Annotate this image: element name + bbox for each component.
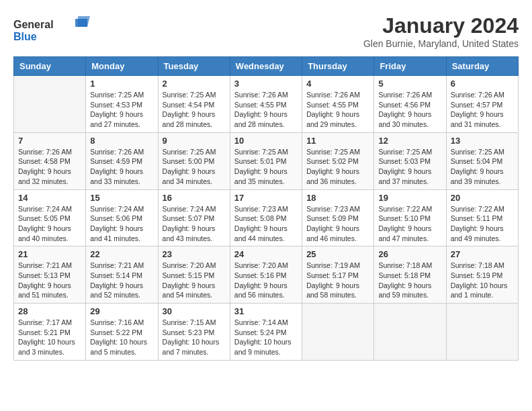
calendar-week-row: 7Sunrise: 7:26 AMSunset: 4:58 PMDaylight… [14,132,519,189]
day-number: 8 [90,136,153,146]
day-info: Sunrise: 7:15 AMSunset: 5:23 PMDaylight:… [163,318,226,357]
day-info: Sunrise: 7:21 AMSunset: 5:14 PMDaylight:… [90,261,153,300]
calendar-cell: 4Sunrise: 7:26 AMSunset: 4:55 PMDaylight… [302,76,374,133]
day-info: Sunrise: 7:23 AMSunset: 5:08 PMDaylight:… [234,204,298,244]
weekday-header: Wednesday [230,57,302,76]
day-number: 21 [18,249,81,259]
day-info: Sunrise: 7:25 AMSunset: 5:00 PMDaylight:… [163,147,226,187]
calendar-cell: 6Sunrise: 7:26 AMSunset: 4:57 PMDaylight… [446,76,518,133]
day-info: Sunrise: 7:20 AMSunset: 5:15 PMDaylight:… [163,261,226,300]
day-number: 25 [306,249,369,259]
month-title: January 2024 [363,13,519,38]
day-number: 5 [378,79,441,89]
calendar-cell: 17Sunrise: 7:23 AMSunset: 5:08 PMDayligh… [230,189,302,246]
svg-marker-2 [78,16,90,27]
day-info: Sunrise: 7:25 AMSunset: 5:03 PMDaylight:… [378,147,441,187]
day-info: Sunrise: 7:25 AMSunset: 4:53 PMDaylight:… [90,90,153,130]
calendar-cell: 12Sunrise: 7:25 AMSunset: 5:03 PMDayligh… [374,132,446,189]
page-header: General Blue January 2024 Glen Burnie, M… [13,13,519,50]
calendar-week-row: 28Sunrise: 7:17 AMSunset: 5:21 PMDayligh… [14,304,519,361]
day-number: 26 [378,249,441,259]
calendar-week-row: 14Sunrise: 7:24 AMSunset: 5:05 PMDayligh… [14,189,519,246]
day-info: Sunrise: 7:26 AMSunset: 4:55 PMDaylight:… [234,90,298,130]
day-info: Sunrise: 7:21 AMSunset: 5:13 PMDaylight:… [18,261,81,300]
day-info: Sunrise: 7:25 AMSunset: 5:02 PMDaylight:… [306,147,369,187]
calendar-cell: 11Sunrise: 7:25 AMSunset: 5:02 PMDayligh… [302,132,374,189]
calendar-cell: 3Sunrise: 7:26 AMSunset: 4:55 PMDaylight… [230,76,302,133]
day-number: 20 [451,193,514,203]
day-info: Sunrise: 7:22 AMSunset: 5:10 PMDaylight:… [378,204,441,244]
day-info: Sunrise: 7:24 AMSunset: 5:07 PMDaylight:… [163,204,226,244]
day-number: 11 [306,136,369,146]
day-number: 19 [378,193,441,203]
day-number: 4 [306,79,369,89]
calendar-cell: 8Sunrise: 7:26 AMSunset: 4:59 PMDaylight… [86,132,158,189]
day-number: 30 [163,306,226,316]
svg-text:Blue: Blue [13,31,37,42]
calendar-cell: 26Sunrise: 7:18 AMSunset: 5:18 PMDayligh… [374,246,446,304]
svg-text:General: General [13,19,54,30]
calendar-cell: 24Sunrise: 7:20 AMSunset: 5:16 PMDayligh… [230,246,302,304]
title-area: January 2024 Glen Burnie, Maryland, Unit… [363,13,519,49]
weekday-header: Tuesday [158,57,230,76]
calendar-cell: 1Sunrise: 7:25 AMSunset: 4:53 PMDaylight… [86,76,158,133]
calendar-week-row: 1Sunrise: 7:25 AMSunset: 4:53 PMDaylight… [14,76,519,133]
day-number: 17 [234,193,298,203]
day-number: 10 [234,136,298,146]
calendar-header-row: SundayMondayTuesdayWednesdayThursdayFrid… [14,57,519,76]
calendar-cell: 14Sunrise: 7:24 AMSunset: 5:05 PMDayligh… [14,189,86,246]
logo-text: General Blue [13,13,101,50]
weekday-header: Thursday [302,57,374,76]
calendar-cell [302,304,374,361]
calendar-cell: 20Sunrise: 7:22 AMSunset: 5:11 PMDayligh… [446,189,518,246]
day-info: Sunrise: 7:25 AMSunset: 5:01 PMDaylight:… [234,147,298,187]
day-info: Sunrise: 7:22 AMSunset: 5:11 PMDaylight:… [451,204,514,244]
day-number: 3 [234,79,298,89]
calendar-cell: 18Sunrise: 7:23 AMSunset: 5:09 PMDayligh… [302,189,374,246]
day-number: 12 [378,136,441,146]
day-info: Sunrise: 7:17 AMSunset: 5:21 PMDaylight:… [18,318,81,357]
day-number: 7 [18,136,81,146]
calendar-cell: 2Sunrise: 7:25 AMSunset: 4:54 PMDaylight… [158,76,230,133]
day-number: 23 [163,249,226,259]
calendar-cell: 13Sunrise: 7:25 AMSunset: 5:04 PMDayligh… [446,132,518,189]
calendar-cell [374,304,446,361]
calendar-cell: 9Sunrise: 7:25 AMSunset: 5:00 PMDaylight… [158,132,230,189]
day-info: Sunrise: 7:26 AMSunset: 4:57 PMDaylight:… [451,90,514,130]
weekday-header: Saturday [446,57,518,76]
day-number: 16 [163,193,226,203]
calendar-cell: 28Sunrise: 7:17 AMSunset: 5:21 PMDayligh… [14,304,86,361]
calendar-cell: 29Sunrise: 7:16 AMSunset: 5:22 PMDayligh… [86,304,158,361]
day-info: Sunrise: 7:20 AMSunset: 5:16 PMDaylight:… [234,261,298,300]
day-info: Sunrise: 7:26 AMSunset: 4:56 PMDaylight:… [378,90,441,130]
weekday-header: Monday [86,57,158,76]
day-number: 29 [90,306,153,316]
day-number: 6 [451,79,514,89]
calendar-cell: 21Sunrise: 7:21 AMSunset: 5:13 PMDayligh… [14,246,86,304]
day-number: 13 [451,136,514,146]
calendar-week-row: 21Sunrise: 7:21 AMSunset: 5:13 PMDayligh… [14,246,519,304]
logo: General Blue [13,13,101,50]
day-info: Sunrise: 7:25 AMSunset: 5:04 PMDaylight:… [451,147,514,187]
day-info: Sunrise: 7:19 AMSunset: 5:17 PMDaylight:… [306,261,369,300]
calendar-cell: 15Sunrise: 7:24 AMSunset: 5:06 PMDayligh… [86,189,158,246]
calendar-cell: 27Sunrise: 7:18 AMSunset: 5:19 PMDayligh… [446,246,518,304]
day-info: Sunrise: 7:23 AMSunset: 5:09 PMDaylight:… [306,204,369,244]
day-number: 14 [18,193,81,203]
day-number: 24 [234,249,298,259]
day-info: Sunrise: 7:18 AMSunset: 5:19 PMDaylight:… [451,261,514,300]
calendar-cell: 22Sunrise: 7:21 AMSunset: 5:14 PMDayligh… [86,246,158,304]
calendar-cell [14,76,86,133]
day-info: Sunrise: 7:26 AMSunset: 4:55 PMDaylight:… [306,90,369,130]
calendar-cell: 5Sunrise: 7:26 AMSunset: 4:56 PMDaylight… [374,76,446,133]
day-number: 27 [451,249,514,259]
day-info: Sunrise: 7:14 AMSunset: 5:24 PMDaylight:… [234,318,298,357]
calendar-table: SundayMondayTuesdayWednesdayThursdayFrid… [13,56,519,361]
calendar-cell: 25Sunrise: 7:19 AMSunset: 5:17 PMDayligh… [302,246,374,304]
day-number: 9 [163,136,226,146]
day-number: 1 [90,79,153,89]
day-info: Sunrise: 7:18 AMSunset: 5:18 PMDaylight:… [378,261,441,300]
day-info: Sunrise: 7:26 AMSunset: 4:58 PMDaylight:… [18,147,81,187]
day-info: Sunrise: 7:24 AMSunset: 5:06 PMDaylight:… [90,204,153,244]
day-info: Sunrise: 7:24 AMSunset: 5:05 PMDaylight:… [18,204,81,244]
